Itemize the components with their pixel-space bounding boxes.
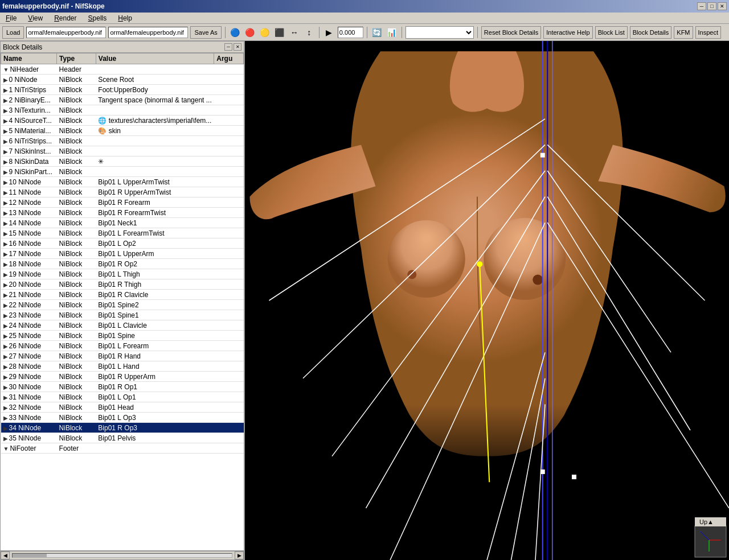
table-row[interactable]: ▶15 NiNodeNiBlockBip01 L ForearmTwist (1, 228, 244, 238)
expand-closed-arrow[interactable]: ▶ (3, 343, 8, 349)
table-row[interactable]: ▶0 NiNodeNiBlockScene Root (1, 75, 244, 85)
table-row[interactable]: ▶1 NiTriStripsNiBlockFoot:UpperBody (1, 85, 244, 95)
nav-icon-3[interactable]: 🟡 (259, 26, 271, 39)
table-row[interactable]: ▶9 NiSkinPart...NiBlock (1, 167, 244, 177)
expand-closed-arrow[interactable]: ▶ (3, 159, 8, 165)
table-row[interactable]: ▶29 NiNodeNiBlockBip01 R UpperArm (1, 372, 244, 382)
h-scroll-thumb[interactable] (13, 554, 47, 557)
expand-closed-arrow[interactable]: ▶ (3, 312, 8, 319)
viewport[interactable] (245, 41, 729, 560)
nav-icon-5[interactable]: ↔ (288, 26, 301, 39)
close-button[interactable]: ✕ (718, 2, 727, 10)
table-row[interactable]: ▶5 NiMaterial...NiBlock🎨 skin (1, 126, 244, 136)
table-row[interactable]: ▶4 NiSourceT...NiBlock🌐 textures\charact… (1, 116, 244, 126)
expand-closed-arrow[interactable]: ▶ (3, 179, 8, 186)
table-row[interactable]: ▶3 NiTexturin...NiBlock (1, 105, 244, 116)
panel-header-controls[interactable]: ─ ✕ (224, 43, 241, 51)
panel-close-button[interactable]: ✕ (234, 43, 241, 51)
table-row[interactable]: ▶25 NiNodeNiBlockBip01 Spine (1, 331, 244, 341)
expand-closed-arrow[interactable]: ▶ (3, 77, 8, 83)
block-table-wrapper[interactable]: Name Type Value Argu ▼NiHeaderHeader▶0 N… (0, 52, 244, 551)
table-row[interactable]: ▶17 NiNodeNiBlockBip01 L UpperArm (1, 249, 244, 259)
expand-closed-arrow[interactable]: ▶ (3, 87, 8, 93)
expand-closed-arrow[interactable]: ▶ (3, 364, 8, 370)
table-row[interactable]: ▶7 NiSkinInst...NiBlock (1, 146, 244, 157)
expand-closed-arrow[interactable]: ▶ (3, 210, 8, 216)
menu-help[interactable]: Help (114, 13, 136, 23)
expand-closed-arrow[interactable]: ▶ (3, 292, 8, 298)
expand-closed-arrow[interactable]: ▶ (3, 108, 8, 114)
table-row[interactable]: ▶20 NiNodeNiBlockBip01 R Thigh (1, 279, 244, 290)
expand-closed-arrow[interactable]: ▶ (3, 230, 8, 237)
kfm-button[interactable]: KFM (674, 26, 693, 39)
table-row[interactable]: ▶32 NiNodeNiBlockBip01 Head (1, 402, 244, 413)
table-row[interactable]: ▶16 NiNodeNiBlockBip01 L Op2 (1, 238, 244, 249)
block-details-button[interactable]: Block Details (630, 26, 672, 39)
expand-closed-arrow[interactable]: ▶ (3, 415, 8, 421)
block-list-button[interactable]: Block List (595, 26, 628, 39)
expand-closed-arrow[interactable]: ▶ (3, 384, 8, 390)
table-row[interactable]: ▶22 NiNodeNiBlockBip01 Spine2 (1, 300, 244, 310)
expand-closed-arrow[interactable]: ▶ (3, 374, 8, 380)
expand-closed-arrow[interactable]: ▶ (3, 282, 8, 288)
expand-closed-arrow[interactable]: ▶ (3, 97, 8, 104)
maximize-button[interactable]: □ (707, 2, 716, 10)
expand-closed-arrow[interactable]: ▶ (3, 261, 8, 267)
h-scroll-track[interactable] (12, 553, 232, 558)
table-row[interactable]: ▶24 NiNodeNiBlockBip01 L Clavicle (1, 320, 244, 331)
scroll-right-button[interactable]: ▶ (235, 551, 244, 559)
table-row[interactable]: ▼NiHeaderHeader (1, 64, 244, 75)
expand-closed-arrow[interactable]: ▶ (3, 128, 8, 134)
expand-closed-arrow[interactable]: ▶ (3, 200, 8, 206)
title-bar-controls[interactable]: ─ □ ✕ (697, 2, 727, 10)
expand-open-arrow[interactable]: ▼ (3, 67, 9, 73)
table-row[interactable]: ▶8 NiSkinDataNiBlock✳ (1, 157, 244, 167)
table-row[interactable]: ▶27 NiNodeNiBlockBip01 R Hand (1, 351, 244, 361)
table-row[interactable]: ▶11 NiNodeNiBlockBip01 R UpperArmTwist (1, 187, 244, 197)
table-row[interactable]: ▶13 NiNodeNiBlockBip01 R ForearmTwist (1, 208, 244, 218)
menu-file[interactable]: File (2, 13, 20, 23)
table-row[interactable]: ▶10 NiNodeNiBlockBip01 L UpperArmTwist (1, 177, 244, 187)
expand-closed-arrow[interactable]: ▶ (3, 271, 8, 278)
file-path-1[interactable] (26, 27, 106, 38)
table-row[interactable]: ▶2 NiBinaryE...NiBlockTangent space (bin… (1, 95, 244, 105)
minimize-button[interactable]: ─ (697, 2, 706, 10)
table-row[interactable]: ▶30 NiNodeNiBlockBip01 R Op1 (1, 382, 244, 392)
expand-closed-arrow[interactable]: ▶ (3, 169, 8, 175)
nav-icon-4[interactable]: ⬛ (273, 26, 286, 39)
nav-icon-6[interactable]: ↕ (303, 26, 316, 39)
expand-closed-arrow[interactable]: ▶ (3, 353, 8, 360)
load-button[interactable]: Load (2, 26, 24, 39)
table-row[interactable]: ▶33 NiNodeNiBlockBip01 L Op3 (1, 413, 244, 423)
expand-closed-arrow[interactable]: ▶ (3, 190, 8, 196)
menu-view[interactable]: View (24, 13, 46, 23)
render-dropdown[interactable] (406, 26, 474, 39)
h-scrollbar[interactable]: ◀ ▶ (0, 551, 244, 560)
scroll-left-button[interactable]: ◀ (1, 551, 10, 559)
table-row[interactable]: ▶18 NiNodeNiBlockBip01 R Op2 (1, 259, 244, 269)
play-icon[interactable]: ▶ (323, 26, 335, 39)
table-row[interactable]: ▶23 NiNodeNiBlockBip01 Spine1 (1, 310, 244, 320)
table-row[interactable]: ▼NiFooterFooter (1, 443, 244, 454)
table-row[interactable]: ▶28 NiNodeNiBlockBip01 L Hand (1, 361, 244, 372)
table-row[interactable]: ▶6 NiTriStrips...NiBlock (1, 136, 244, 146)
interactive-help-button[interactable]: Interactive Help (543, 26, 592, 39)
expand-open-arrow[interactable]: ▼ (3, 446, 9, 452)
time-input[interactable] (338, 27, 363, 38)
table-row[interactable]: ▶34 NiNodeNiBlockBip01 R Op3 (1, 423, 244, 433)
table-row[interactable]: ▶35 NiNodeNiBlockBip01 Pelvis (1, 433, 244, 443)
file-path-2[interactable] (108, 27, 188, 38)
expand-closed-arrow[interactable]: ▶ (3, 220, 8, 227)
table-row[interactable]: ▶26 NiNodeNiBlockBip01 L Forearm (1, 341, 244, 351)
table-row[interactable]: ▶12 NiNodeNiBlockBip01 R Forearm (1, 197, 244, 208)
table-row[interactable]: ▶14 NiNodeNiBlockBip01 Neck1 (1, 218, 244, 228)
expand-closed-arrow[interactable]: ▶ (3, 118, 8, 124)
expand-closed-arrow[interactable]: ▶ (3, 302, 8, 308)
loop-icon[interactable]: 🔄 (371, 26, 383, 39)
expand-closed-arrow[interactable]: ▶ (3, 138, 8, 145)
expand-closed-arrow[interactable]: ▶ (3, 333, 8, 339)
expand-closed-arrow[interactable]: ▶ (3, 425, 8, 431)
expand-closed-arrow[interactable]: ▶ (3, 435, 8, 442)
expand-closed-arrow[interactable]: ▶ (3, 394, 8, 401)
inspect-button[interactable]: Inspect (695, 26, 721, 39)
